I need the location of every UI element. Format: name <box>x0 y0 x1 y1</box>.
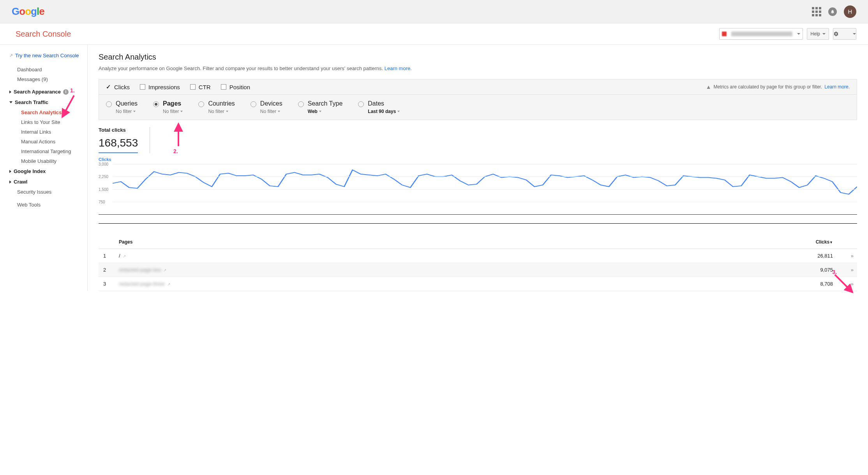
check-icon: ✓ <box>106 83 111 90</box>
pages-table: Pages Clicks▼ 1/↗26,811»2redacted-page-t… <box>99 235 857 291</box>
col-clicks[interactable]: Clicks▼ <box>794 239 833 245</box>
warning-icon: ▲ <box>706 84 711 90</box>
dim-devices-label: Devices <box>260 100 282 107</box>
metrics-note-link[interactable]: Learn more. <box>824 84 850 90</box>
dim-pages-filter[interactable]: No filter <box>163 109 183 114</box>
dimension-dates[interactable]: Dates Last 90 days <box>358 100 400 114</box>
row-expand-icon[interactable]: » <box>851 253 852 259</box>
filter-panel: ✓ Clicks Impressions CTR Position <box>99 79 857 120</box>
sidebar-item-web-tools[interactable]: Web Tools <box>0 200 87 210</box>
chevron-down-icon <box>319 111 321 112</box>
chevron-right-icon <box>9 90 11 94</box>
sidebar-item-internal-links[interactable]: Internal Links <box>0 127 87 137</box>
gridline <box>113 202 857 202</box>
dim-pages-label: Pages <box>163 100 183 107</box>
sort-desc-icon: ▼ <box>829 240 833 244</box>
radio-icon <box>298 101 304 107</box>
avatar-initial: H <box>848 8 852 15</box>
chevron-down-icon <box>9 101 12 103</box>
metrics-note: ▲ Metrics are calculated by page for thi… <box>706 84 850 90</box>
external-icon[interactable]: ↗ <box>167 282 170 286</box>
chevron-down-icon <box>822 33 826 35</box>
sidebar-item-manual-actions[interactable]: Manual Actions <box>0 137 87 147</box>
chevron-down-icon <box>278 111 280 112</box>
dim-countries-label: Countries <box>208 100 235 107</box>
row-index: 1 <box>103 253 119 259</box>
apps-icon[interactable] <box>812 7 821 16</box>
sidebar-item-dashboard[interactable]: Dashboard <box>0 65 87 74</box>
radio-icon <box>198 101 204 107</box>
total-clicks-block: Total clicks 168,553 <box>99 127 150 153</box>
dim-queries-filter[interactable]: No filter <box>116 109 138 114</box>
row-expand-icon[interactable]: » <box>851 281 852 287</box>
sidebar-group-google-index[interactable]: Google Index <box>0 166 87 177</box>
row-page: redacted-page-two↗ <box>119 267 794 273</box>
external-icon[interactable]: ↗ <box>163 268 166 272</box>
row-clicks: 9,075 <box>794 267 833 273</box>
sidebar-group-crawl[interactable]: Crawl <box>0 177 87 187</box>
learn-more-link[interactable]: Learn more. <box>385 65 412 71</box>
col-pages[interactable]: Pages <box>119 239 794 245</box>
sub-header: Search Console Help <box>0 23 868 45</box>
metric-ctr[interactable]: CTR <box>190 84 211 90</box>
dimensions-row: Queries No filter Pages No filter Countr… <box>99 95 857 120</box>
site-favicon <box>722 32 727 36</box>
row-clicks: 8,708 <box>794 281 833 287</box>
metric-impressions[interactable]: Impressions <box>140 84 180 90</box>
top-icons: H <box>812 5 856 18</box>
settings-button[interactable] <box>833 28 856 40</box>
top-bar: Google H <box>0 0 868 23</box>
help-button[interactable]: Help <box>807 28 829 40</box>
checkbox-icon <box>140 84 145 90</box>
external-icon: ↗ <box>9 53 13 58</box>
dim-searchtype-filter[interactable]: Web <box>308 109 343 114</box>
metric-clicks[interactable]: ✓ Clicks <box>106 83 130 90</box>
row-expand-icon[interactable]: » <box>851 267 852 273</box>
checkbox-icon <box>190 84 196 90</box>
dimension-devices[interactable]: Devices No filter <box>251 100 282 114</box>
sidebar-item-intl-targeting[interactable]: International Targeting <box>0 147 87 156</box>
dimension-countries[interactable]: Countries No filter <box>198 100 235 114</box>
sidebar-item-security[interactable]: Security Issues <box>0 187 87 197</box>
row-clicks: 26,811 <box>794 253 833 259</box>
chevron-right-icon <box>9 180 11 184</box>
sidebar-group-search-traffic[interactable]: Search Traffic <box>0 97 87 108</box>
dimension-pages[interactable]: Pages No filter <box>153 100 183 114</box>
row-index: 3 <box>103 281 119 287</box>
metric-position[interactable]: Position <box>221 84 250 90</box>
y-tick: 3,000 <box>99 162 108 166</box>
row-page: /↗ <box>119 253 794 259</box>
product-title: Search Console <box>16 30 71 39</box>
google-index-label: Google Index <box>14 168 46 174</box>
sidebar-item-messages[interactable]: Messages (9) <box>0 74 87 84</box>
y-tick: 1,500 <box>99 187 108 191</box>
metrics-note-text: Metrics are calculated by page for this … <box>713 84 822 90</box>
table-row[interactable]: 2redacted-page-two↗9,075» <box>99 263 857 277</box>
page-description: Analyze your performance on Google Searc… <box>99 65 857 71</box>
sidebar: ↗ Try the new Search Console Dashboard M… <box>0 45 88 291</box>
dim-countries-filter[interactable]: No filter <box>208 109 235 114</box>
dim-devices-filter[interactable]: No filter <box>260 109 282 114</box>
gear-icon <box>833 31 839 37</box>
try-new-link[interactable]: ↗ Try the new Search Console <box>0 50 87 61</box>
sidebar-item-mobile-usability[interactable]: Mobile Usability <box>0 156 87 166</box>
total-clicks-value: 168,553 <box>99 137 138 149</box>
chart-divider <box>99 223 857 224</box>
table-row[interactable]: 3redacted-page-three↗8,708» <box>99 277 857 291</box>
site-selector[interactable] <box>719 28 803 40</box>
avatar[interactable]: H <box>844 5 856 18</box>
sidebar-item-search-analytics[interactable]: Search Analytics <box>0 108 87 117</box>
crawl-label: Crawl <box>14 179 27 185</box>
dimension-search-type[interactable]: Search Type Web <box>298 100 343 114</box>
sidebar-group-search-appearance[interactable]: Search Appearance i <box>0 87 87 97</box>
metrics-row: ✓ Clicks Impressions CTR Position <box>99 79 857 95</box>
dimension-queries[interactable]: Queries No filter <box>106 100 138 114</box>
external-icon[interactable]: ↗ <box>123 254 126 258</box>
info-icon[interactable]: i <box>63 89 69 95</box>
sidebar-item-links[interactable]: Links to Your Site <box>0 117 87 127</box>
notifications-icon[interactable] <box>828 7 837 16</box>
radio-icon <box>106 101 112 107</box>
dim-dates-filter[interactable]: Last 90 days <box>368 109 400 114</box>
table-row[interactable]: 1/↗26,811» <box>99 249 857 263</box>
totals: Total clicks 168,553 <box>99 127 857 153</box>
